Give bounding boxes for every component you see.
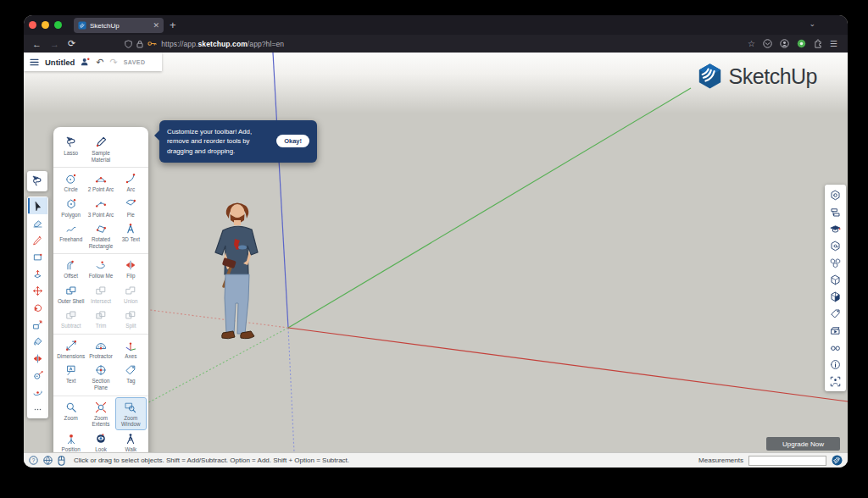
dragged-tool-button[interactable] (27, 171, 47, 191)
flip-rail-tool[interactable] (28, 350, 47, 367)
bookmark-star-icon[interactable]: ☆ (748, 39, 755, 48)
eraser-tool[interactable] (28, 214, 47, 231)
language-globe-icon[interactable] (43, 456, 53, 465)
circle-palette-tool[interactable]: Circle (56, 169, 86, 195)
zoom-window-palette-tool[interactable]: Zoom Window (116, 398, 146, 429)
intersect-palette-tool[interactable]: Intersect (86, 281, 115, 307)
trim-palette-tool[interactable]: Trim (86, 306, 115, 331)
axes-palette-tool[interactable]: Axes (116, 336, 146, 362)
okay-button[interactable]: Okay! (276, 135, 309, 147)
browser-tab[interactable]: SketchUp ✕ (74, 18, 164, 33)
back-icon[interactable]: ← (32, 39, 42, 49)
rectangle-tool[interactable] (28, 248, 47, 265)
three-point-arc-palette-tool[interactable]: 3 Point Arc (86, 195, 115, 220)
pocket-icon[interactable] (763, 39, 772, 48)
main-menu-icon[interactable] (30, 58, 39, 66)
address-bar[interactable]: https://app.sketchup.com/app?hl=en (125, 40, 748, 48)
sample-material-icon (94, 136, 108, 149)
adblock-extension-icon[interactable] (797, 39, 806, 48)
move-tool[interactable] (28, 282, 47, 299)
new-tab-button[interactable]: + (170, 18, 176, 33)
upgrade-now-button[interactable]: Upgrade Now (766, 437, 840, 451)
measurements-input[interactable] (748, 456, 826, 466)
arc-palette-tool[interactable]: Arc (116, 169, 146, 195)
protractor-palette-tool[interactable]: Protractor (86, 336, 115, 362)
more-tool[interactable] (28, 401, 47, 418)
polygon-palette-tool[interactable]: Polygon (56, 195, 86, 220)
palette-tool-label: Trim (96, 323, 106, 329)
components-panel-button[interactable] (826, 254, 845, 271)
key-permission-icon[interactable] (147, 40, 157, 47)
union-palette-tool[interactable]: Union (116, 281, 146, 307)
tab-favicon (78, 21, 86, 30)
scenes-panel-button[interactable] (826, 322, 845, 339)
palette-tool-label: Split (125, 323, 136, 329)
account-icon[interactable] (780, 39, 789, 48)
styles-panel-button[interactable] (826, 288, 845, 305)
line-tool[interactable] (28, 231, 47, 248)
palette-tool-label: Pie (127, 212, 135, 219)
lasso-palette-tool[interactable]: Lasso (56, 133, 86, 164)
zoom-palette-tool[interactable]: Zoom (56, 398, 86, 429)
section-plane-palette-tool[interactable]: Section Plane (86, 361, 115, 392)
text-palette-tool[interactable]: Text (56, 361, 86, 392)
window-close-button[interactable] (29, 21, 36, 29)
follow-me-icon (94, 258, 108, 272)
model-info-panel-button[interactable] (826, 356, 845, 373)
two-point-arc-palette-tool[interactable]: 2 Point Arc (86, 169, 115, 195)
scale-figure[interactable] (198, 200, 275, 342)
select-tool[interactable] (28, 197, 47, 214)
tags-panel-panel-button[interactable] (826, 305, 845, 322)
svg-text:?: ? (32, 457, 36, 463)
extensions-puzzle-icon[interactable] (814, 39, 822, 48)
zoom-icon (64, 401, 78, 414)
flip-icon (124, 258, 137, 272)
scale-tool[interactable] (28, 316, 47, 333)
document-title[interactable]: Untitled (45, 58, 75, 67)
split-palette-tool[interactable]: Split (116, 306, 146, 331)
offset-palette-tool[interactable]: Offset (56, 256, 86, 281)
forward-icon[interactable]: → (50, 39, 59, 49)
help-icon[interactable]: ? (29, 456, 38, 465)
dimensions-palette-tool[interactable]: Dimensions (56, 336, 86, 362)
orbit-tool[interactable] (28, 384, 47, 401)
reload-icon[interactable]: ⟳ (68, 38, 75, 49)
tab-close-icon[interactable]: ✕ (153, 21, 159, 30)
paint-bucket-tool[interactable] (28, 333, 47, 350)
polygon-icon (64, 197, 78, 211)
outliner-panel-button[interactable] (826, 203, 845, 220)
lock-icon[interactable] (136, 40, 143, 48)
push-pull-tool[interactable] (28, 265, 47, 282)
sample-material-palette-tool[interactable]: Sample Material (86, 133, 115, 164)
follow-me-palette-tool[interactable]: Follow Me (86, 256, 115, 281)
freehand-palette-tool[interactable]: Freehand (56, 219, 86, 251)
undo-icon[interactable]: ↶ (96, 58, 103, 66)
palette-tool-label: Polygon (61, 212, 81, 219)
flip-palette-tool[interactable]: Flip (116, 256, 146, 281)
rotated-rectangle-palette-tool[interactable]: Rotated Rectangle (86, 219, 115, 251)
tag-palette-tool[interactable]: Tag (116, 361, 146, 392)
share-user-icon[interactable] (81, 58, 90, 66)
outer-shell-palette-tool[interactable]: Outer Shell (56, 281, 86, 307)
shield-icon[interactable] (125, 40, 132, 48)
entity-info-panel-button[interactable] (826, 186, 845, 203)
three-d-text-palette-tool[interactable]: 3D Text (116, 219, 146, 251)
subtract-palette-tool[interactable]: Subtract (56, 306, 86, 331)
zoom-extents-palette-tool[interactable]: Zoom Extents (86, 398, 115, 429)
mouse-icon[interactable] (58, 456, 65, 466)
pie-palette-tool[interactable]: Pie (116, 195, 146, 220)
tab-list-chevron-icon[interactable]: ⌄ (809, 19, 815, 28)
rotate-tool[interactable] (28, 299, 47, 316)
views-panel-button[interactable] (826, 339, 845, 356)
window-minimize-button[interactable] (42, 21, 49, 29)
materials-panel-button[interactable] (826, 271, 845, 288)
display-panel-button[interactable] (826, 373, 845, 390)
instructor-panel-button[interactable] (826, 220, 845, 237)
window-zoom-button[interactable] (54, 21, 62, 29)
sketchup-app: Untitled ↶ ↷ SAVED SketchUp LassoSample … (24, 53, 848, 468)
search-warehouse-panel-button[interactable] (826, 237, 845, 254)
redo-icon[interactable]: ↷ (110, 58, 118, 66)
tape-measure-tool[interactable] (28, 367, 47, 384)
status-hint: Click or drag to select objects. Shift =… (74, 456, 693, 464)
menu-icon[interactable]: ☰ (830, 39, 837, 48)
